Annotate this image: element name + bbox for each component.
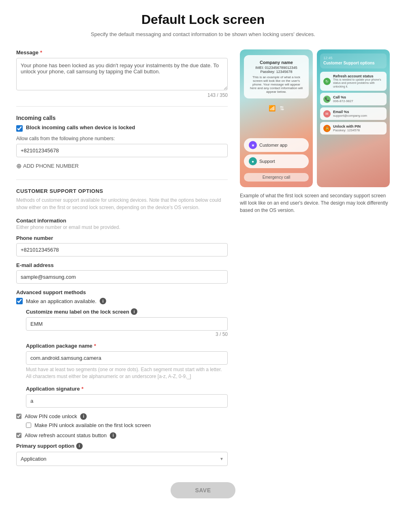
email-input[interactable] (16, 270, 228, 284)
email-label: E-mail address (16, 262, 228, 268)
allow-calls-sub: Allow calls from the following phone num… (16, 136, 228, 141)
mock-email-item: ✉ Email %s support@company.com (320, 107, 387, 120)
mock-bottom-btns: ★ Customer app ● Support Emergency call (244, 138, 309, 182)
section-divider-1 (16, 106, 228, 107)
phone-label: Phone number (16, 235, 228, 241)
mock-wifi-row: 📶 ⇅ (269, 105, 284, 111)
make-app-checkbox[interactable] (16, 298, 23, 304)
page-title: Default Lock screen (16, 12, 390, 27)
primary-support-info-icon: i (76, 443, 83, 449)
message-char-count: 143 / 350 (16, 92, 228, 98)
mock-company-card: Company name IMEI: 0123456789012345 Pass… (244, 55, 309, 98)
allow-pin-label: Allow PIN code unlock (25, 413, 77, 419)
make-pin-label: Make PIN unlock available on the first l… (34, 422, 151, 428)
customize-char-count: 3 / 50 (26, 331, 228, 337)
page-subtitle: Specify the default messaging and contac… (16, 31, 390, 37)
advanced-methods-title: Advanced support methods (16, 289, 228, 295)
contact-info-sub: Either phone number or email must be pro… (16, 224, 228, 230)
add-circle-icon: ⊕ (16, 162, 21, 170)
app-package-required: * (94, 343, 96, 349)
save-button[interactable]: SAVE (171, 482, 235, 498)
preview-right-screen: 12:45 Customer Support options ↻ Refresh… (317, 49, 390, 187)
mock-pin-item: 🔒 Unlock with PIN Passkey: 1234578 (320, 122, 387, 135)
add-phone-button[interactable]: ⊕ ADD PHONE NUMBER (16, 160, 79, 171)
customize-label: Customize menu label on the lock screen (26, 309, 129, 315)
make-pin-checkbox[interactable] (26, 423, 31, 428)
app-package-label: Application package name (26, 343, 92, 349)
mock-refresh-item: ↻ Refresh account status This is needed … (320, 72, 387, 91)
customize-info-icon: i (131, 308, 137, 315)
app-package-hint: Must have at least two segments (one or … (26, 366, 228, 380)
app-signature-input[interactable] (26, 394, 228, 408)
message-required: * (40, 49, 42, 56)
block-calls-label: Block incoming calls when device is lock… (26, 124, 135, 130)
message-textarea[interactable] (16, 58, 228, 90)
customer-support-title: CUSTOMER SUPPORT OPTIONS (16, 188, 228, 194)
allowed-phone-input[interactable] (16, 144, 228, 157)
preview-left-screen: Company name IMEI: 0123456789012345 Pass… (240, 49, 313, 187)
allow-refresh-label: Allow refresh account status button (25, 432, 107, 438)
section-divider-2 (16, 179, 228, 180)
make-app-label: Make an application available. (26, 298, 96, 304)
allow-refresh-checkbox[interactable] (16, 433, 21, 438)
app-signature-required: * (81, 386, 83, 392)
preview-images: Company name IMEI: 0123456789012345 Pass… (240, 49, 390, 187)
allow-pin-checkbox[interactable] (16, 414, 21, 419)
allow-pin-info-icon: i (80, 413, 87, 420)
primary-support-title: Primary support option (16, 443, 75, 449)
customize-input[interactable] (26, 317, 228, 331)
message-label: Message (16, 49, 38, 56)
allow-refresh-info-icon: i (110, 432, 116, 439)
incoming-calls-title: Incoming calls (16, 115, 228, 121)
contact-info-title: Contact information (16, 218, 228, 224)
block-calls-checkbox[interactable] (16, 125, 23, 132)
make-app-info-icon: i (100, 298, 106, 304)
mock-call-item: 📞 Call %s 006-872-9827 (320, 93, 387, 105)
phone-input[interactable] (16, 243, 228, 256)
mock-right-header: 12:45 Customer Support options (320, 53, 387, 68)
primary-support-select[interactable]: Application Phone Email PIN (16, 452, 228, 466)
app-signature-label: Application signature (26, 386, 80, 392)
app-package-input[interactable] (26, 351, 228, 365)
customer-support-desc: Methods of customer support available fo… (16, 197, 228, 211)
preview-caption: Example of what the first lock screen an… (240, 192, 390, 214)
